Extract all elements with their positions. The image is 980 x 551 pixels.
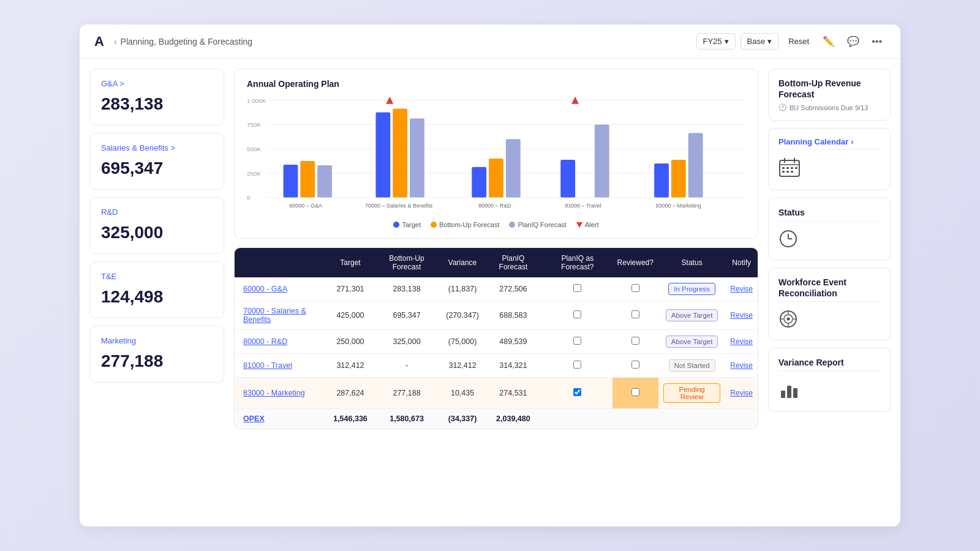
kpi-label-salaries[interactable]: Salaries & Benefits > (101, 143, 213, 152)
row-link[interactable]: 81000 - Travel (243, 361, 292, 370)
cell-status: Not Started (658, 354, 725, 378)
kpi-value-rd: 325,000 (101, 223, 213, 242)
svg-rect-26 (595, 124, 609, 197)
cell-status: In Progress (658, 277, 725, 301)
variance-report-card: Variance Report (768, 348, 891, 412)
svg-rect-16 (393, 109, 407, 198)
col-name (235, 248, 328, 277)
total-name[interactable]: OPEX (235, 409, 328, 429)
planiq-checkbox[interactable] (573, 361, 581, 369)
kpi-column: G&A > 283,138 Salaries & Benefits > 695,… (89, 69, 224, 429)
chevron-down-icon: ▾ (725, 37, 729, 46)
chevron-down-icon: ▾ (767, 37, 772, 46)
opex-link[interactable]: OPEX (243, 414, 265, 423)
reviewed-checkbox[interactable] (631, 310, 639, 318)
total-variance: (34,337) (441, 409, 484, 429)
header: A ‹ Planning, Budgeting & Forecasting FY… (80, 24, 900, 59)
row-link[interactable]: 70000 - Salaries & Benefits (243, 307, 306, 324)
cell-reviewed[interactable] (612, 378, 658, 409)
svg-rect-54 (787, 386, 791, 398)
cell-target: 250,000 (328, 330, 372, 354)
planiq-checkbox[interactable] (573, 388, 581, 396)
target-color-dot (393, 222, 399, 228)
planiq-checkbox[interactable] (573, 337, 581, 345)
reviewed-checkbox[interactable] (631, 337, 639, 345)
status-card-title: Status (778, 207, 880, 218)
reviewed-checkbox[interactable] (631, 361, 639, 369)
clock-icon: 🕐 (778, 103, 787, 111)
planning-calendar-link[interactable]: Planning Calendar › (778, 137, 880, 146)
cell-planiq-check[interactable] (543, 277, 612, 301)
right-panel: Bottom-Up Revenue Forecast 🕐 BU Submissi… (768, 69, 891, 429)
kpi-card-marketing: Marketing 277,188 (89, 326, 224, 383)
cell-notify[interactable]: Revise (725, 354, 758, 378)
reset-button[interactable]: Reset (783, 34, 814, 49)
reviewed-checkbox[interactable] (631, 284, 639, 292)
edit-icon[interactable]: ✏️ (819, 33, 839, 50)
legend-bu-forecast: Bottom-Up Forecast (431, 221, 499, 228)
revise-link[interactable]: Revise (730, 285, 753, 293)
planiq-checkbox[interactable] (573, 310, 581, 318)
cell-planiq-check[interactable] (543, 301, 612, 330)
kpi-label-gna[interactable]: G&A > (101, 79, 213, 88)
total-status (658, 409, 725, 429)
cell-reviewed[interactable] (612, 354, 658, 378)
divider (778, 221, 880, 222)
cell-notify[interactable]: Revise (725, 378, 758, 409)
cell-reviewed[interactable] (612, 330, 658, 354)
svg-rect-41 (786, 171, 789, 173)
svg-rect-12 (317, 165, 332, 198)
svg-text:60000 – G&A: 60000 – G&A (290, 203, 323, 209)
svg-text:0: 0 (247, 194, 251, 201)
total-bu: 1,580,673 (372, 409, 442, 429)
comment-icon[interactable]: 💬 (843, 33, 863, 50)
col-planiq-check: PlanIQ as Forecast? (543, 248, 612, 277)
status-clock-icon (778, 229, 798, 249)
breadcrumb-text: Planning, Budgeting & Forecasting (121, 37, 253, 47)
revise-link[interactable]: Revise (730, 361, 753, 370)
status-badge: Not Started (669, 359, 715, 372)
svg-rect-36 (782, 167, 785, 169)
reviewed-checkbox[interactable] (631, 388, 639, 396)
svg-rect-40 (782, 171, 785, 173)
header-controls: FY25 ▾ Base ▾ Reset ✏️ 💬 ••• (696, 33, 886, 50)
revise-link[interactable]: Revise (730, 311, 753, 320)
cell-planiq-check[interactable] (543, 354, 612, 378)
kpi-card-rd: R&D 325,000 (89, 197, 224, 254)
chart-area: 1 000K 750K 500K 250K 0 (247, 95, 745, 217)
planiq-checkbox[interactable] (573, 284, 581, 292)
cell-planiq-check[interactable] (543, 378, 612, 409)
kpi-card-te: T&E 124,498 (89, 261, 224, 318)
svg-rect-55 (793, 388, 797, 398)
cell-planiq-check[interactable] (543, 330, 612, 354)
base-dropdown[interactable]: Base ▾ (741, 33, 779, 50)
svg-rect-15 (375, 113, 390, 198)
svg-rect-10 (284, 165, 298, 198)
revise-link[interactable]: Revise (730, 337, 753, 346)
svg-text:250K: 250K (247, 170, 262, 177)
row-link[interactable]: 60000 - G&A (243, 285, 287, 293)
cell-target: 425,000 (328, 301, 372, 330)
revenue-forecast-card: Bottom-Up Revenue Forecast 🕐 BU Submissi… (768, 69, 891, 121)
fy-dropdown[interactable]: FY25 ▾ (696, 33, 736, 50)
status-badge: Pending Review (663, 383, 720, 403)
revise-link[interactable]: Revise (730, 389, 753, 397)
more-options-icon[interactable]: ••• (868, 34, 886, 50)
table-row: 60000 - G&A271,301283,138(11,837)272,506… (235, 277, 758, 301)
row-link[interactable]: 83000 - Marketing (243, 389, 305, 397)
cell-reviewed[interactable] (612, 277, 658, 301)
chevron-right-icon: › (851, 137, 853, 146)
cell-notify[interactable]: Revise (725, 277, 758, 301)
svg-rect-28 (654, 163, 669, 198)
svg-rect-19 (472, 167, 486, 198)
divider (778, 149, 880, 149)
cell-notify[interactable]: Revise (725, 330, 758, 354)
cell-reviewed[interactable] (612, 301, 658, 330)
svg-text:70000 – Salaries & Benefits: 70000 – Salaries & Benefits (365, 203, 433, 209)
back-arrow-icon[interactable]: ‹ (114, 37, 117, 47)
cell-notify[interactable]: Revise (725, 301, 758, 330)
calendar-icon (778, 157, 801, 179)
row-link[interactable]: 80000 - R&D (243, 337, 287, 346)
table-card: Target Bottom-Up Forecast Variance PlanI… (234, 247, 758, 429)
svg-rect-53 (781, 391, 785, 398)
